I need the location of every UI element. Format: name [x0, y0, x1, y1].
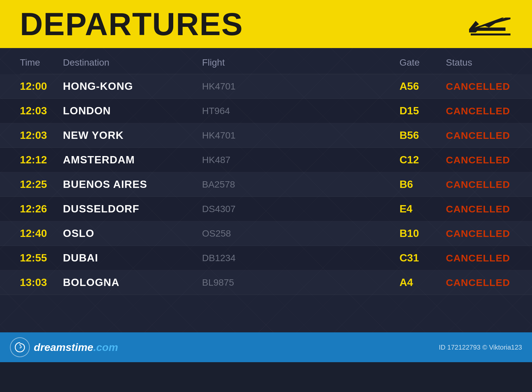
flight-destination: DUBAI	[63, 252, 202, 264]
departures-header: DEPARTURES	[0, 0, 532, 48]
flight-destination: AMSTERDAM	[63, 154, 202, 166]
departures-board: Time Destination Flight Gate Status 12:0…	[0, 48, 532, 362]
flight-status: CANCELLED	[446, 81, 512, 92]
footer-bar: dreamstime.com ID 172122793 © Viktoria12…	[0, 332, 532, 362]
flight-status: CANCELLED	[446, 179, 512, 190]
table-row: 12:00 HONG-KONG HK4701 A56 CANCELLED	[0, 74, 532, 99]
flight-number: HK4701	[202, 81, 399, 92]
table-row: 13:03 BOLOGNA BL9875 A4 CANCELLED	[0, 270, 532, 295]
flight-number: HK4701	[202, 130, 399, 141]
spiral-icon	[14, 341, 26, 353]
col-time: Time	[20, 57, 63, 68]
board-title: DEPARTURES	[20, 6, 243, 42]
table-row: 12:12 AMSTERDAM HK487 C12 CANCELLED	[0, 148, 532, 172]
flight-status: CANCELLED	[446, 228, 512, 239]
flight-number: DS4307	[202, 204, 399, 214]
flight-gate: A56	[399, 80, 446, 92]
footer-id: ID 172122793 © Viktoria123	[439, 344, 522, 351]
flight-status: CANCELLED	[446, 130, 512, 141]
table-row: 12:03 NEW YORK HK4701 B56 CANCELLED	[0, 123, 532, 148]
footer-logo: dreamstime.com	[10, 337, 118, 357]
col-gate: Gate	[399, 57, 446, 68]
flight-gate: C31	[399, 252, 446, 264]
col-flight: Flight	[202, 57, 399, 68]
flight-number: BL9875	[202, 277, 399, 288]
plane-icon	[469, 11, 512, 37]
svg-marker-2	[482, 18, 504, 28]
flight-destination: BOLOGNA	[63, 276, 202, 289]
table-row: 12:26 DUSSELDORF DS4307 E4 CANCELLED	[0, 197, 532, 221]
flight-number: HT964	[202, 106, 399, 116]
flight-number: DB1234	[202, 253, 399, 263]
flight-time: 12:55	[20, 252, 63, 264]
col-destination: Destination	[63, 57, 202, 68]
flight-status: CANCELLED	[446, 203, 512, 215]
flight-destination: BUENOS AIRES	[63, 178, 202, 191]
airplane-svg	[469, 11, 512, 37]
column-headers: Time Destination Flight Gate Status	[20, 48, 512, 74]
table-row: 12:03 LONDON HT964 D15 CANCELLED	[0, 99, 532, 123]
flight-time: 12:00	[20, 80, 63, 92]
flight-time: 12:12	[20, 154, 63, 166]
flight-number: HK487	[202, 155, 399, 165]
flight-gate: D15	[399, 105, 446, 117]
flight-gate: A4	[399, 276, 446, 289]
flight-time: 13:03	[20, 276, 63, 289]
flight-time: 12:26	[20, 203, 63, 215]
flights-list: 12:00 HONG-KONG HK4701 A56 CANCELLED 12:…	[20, 74, 512, 295]
flight-time: 12:25	[20, 178, 63, 191]
table-row: 12:55 DUBAI DB1234 C31 CANCELLED	[0, 246, 532, 270]
flight-time: 12:03	[20, 129, 63, 141]
flight-gate: C12	[399, 154, 446, 166]
flight-time: 12:40	[20, 227, 63, 240]
flight-destination: LONDON	[63, 105, 202, 117]
table-row: 12:40 OSLO OS258 B10 CANCELLED	[0, 221, 532, 246]
flight-gate: B10	[399, 227, 446, 240]
flight-number: BA2578	[202, 179, 399, 190]
flight-status: CANCELLED	[446, 277, 512, 288]
flight-destination: DUSSELDORF	[63, 203, 202, 215]
svg-rect-3	[471, 33, 510, 35]
flight-destination: HONG-KONG	[63, 80, 202, 92]
footer-logo-text: dreamstime.com	[34, 341, 118, 354]
flight-status: CANCELLED	[446, 154, 512, 166]
flight-gate: B56	[399, 129, 446, 141]
flight-destination: OSLO	[63, 227, 202, 240]
table-row: 12:25 BUENOS AIRES BA2578 B6 CANCELLED	[0, 172, 532, 197]
flight-status: CANCELLED	[446, 105, 512, 117]
flight-gate: B6	[399, 178, 446, 191]
flight-number: OS258	[202, 228, 399, 239]
logo-circle	[10, 337, 30, 357]
col-status: Status	[446, 57, 512, 68]
flight-gate: E4	[399, 203, 446, 215]
flight-status: CANCELLED	[446, 252, 512, 264]
flight-destination: NEW YORK	[63, 129, 202, 141]
flight-time: 12:03	[20, 105, 63, 117]
